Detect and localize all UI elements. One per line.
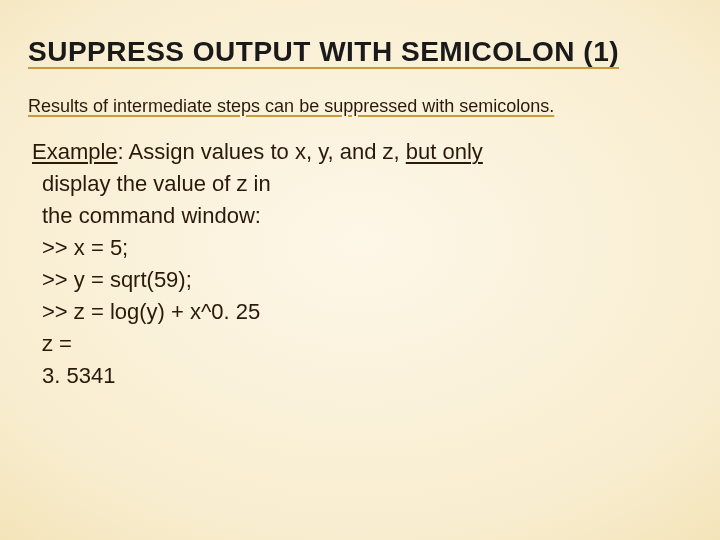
code-line-2: >> y = sqrt(59); [42, 267, 192, 292]
example-line2: display the value of z in [42, 171, 271, 196]
intro-text: Results of intermediate steps can be sup… [28, 94, 692, 118]
example-line3: the command window: [42, 203, 261, 228]
example-label: Example [32, 139, 118, 164]
slide: SUPPRESS OUTPUT WITH SEMICOLON (1) Resul… [0, 0, 720, 540]
slide-title: SUPPRESS OUTPUT WITH SEMICOLON (1) [28, 36, 692, 68]
example-line1-mid: : Assign values to x, y, and z, [118, 139, 406, 164]
example-block: Example: Assign values to x, y, and z, b… [28, 136, 692, 391]
example-line1-end: but only [406, 139, 483, 164]
code-line-1: >> x = 5; [42, 235, 128, 260]
output-line-2: 3. 5341 [42, 363, 115, 388]
code-line-3: >> z = log(y) + x^0. 25 [42, 299, 260, 324]
output-line-1: z = [42, 331, 72, 356]
